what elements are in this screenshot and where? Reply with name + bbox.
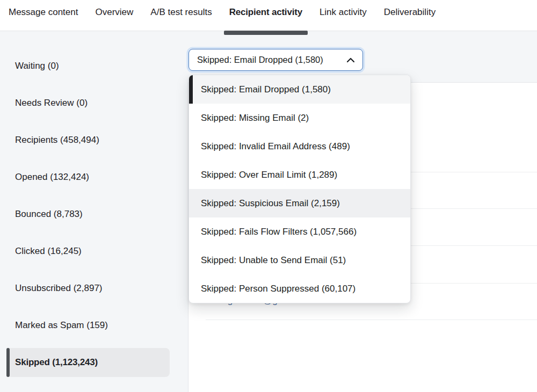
sidebar-item-label: Recipients (458,494) xyxy=(15,135,99,146)
dropdown-option-label: Skipped: Person Suppressed (60,107) xyxy=(201,284,355,294)
dropdown-option-label: Skipped: Invalid Email Address (489) xyxy=(201,141,350,152)
dropdown-option-invalid-email-address[interactable]: Skipped: Invalid Email Address (489) xyxy=(189,132,410,161)
dropdown-option-label: Skipped: Fails Flow Filters (1,057,566) xyxy=(201,227,357,237)
skipped-filter-selected-value: Skipped: Email Dropped (1,580) xyxy=(197,55,323,65)
tab-message-content[interactable]: Message content xyxy=(3,0,83,37)
recipient-activity-page: Message contentOverviewA/B test resultsR… xyxy=(0,0,537,392)
dropdown-option-suspicious-email[interactable]: Skipped: Suspicious Email (2,159) xyxy=(189,189,410,217)
tab-overview[interactable]: Overview xyxy=(90,0,139,37)
tab-label: Link activity xyxy=(320,7,367,17)
sidebar-item-label: Waiting (0) xyxy=(15,61,59,71)
tab-label: Overview xyxy=(95,7,133,17)
sidebar-item-recipients[interactable]: Recipients (458,494) xyxy=(6,126,170,155)
tab-label: Message content xyxy=(9,7,78,17)
dropdown-option-unable-to-send-email[interactable]: Skipped: Unable to Send Email (51) xyxy=(189,246,410,274)
chevron-up-icon xyxy=(346,57,355,63)
skipped-filter-listbox: Skipped: Email Dropped (1,580)Skipped: M… xyxy=(188,75,411,303)
sidebar-item-label: Needs Review (0) xyxy=(15,98,88,108)
skipped-filter-dropdown-button[interactable]: Skipped: Email Dropped (1,580) xyxy=(188,49,363,71)
dropdown-option-label: Skipped: Missing Email (2) xyxy=(201,113,309,124)
sidebar-item-unsubscribed[interactable]: Unsubscribed (2,897) xyxy=(6,274,170,303)
sidebar-item-bounced[interactable]: Bounced (8,783) xyxy=(6,200,170,229)
tab-label: A/B test results xyxy=(150,7,212,17)
sidebar-item-clicked[interactable]: Clicked (16,245) xyxy=(6,237,170,266)
tab-label: Recipient activity xyxy=(229,7,302,17)
dropdown-option-label: Skipped: Suspicious Email (2,159) xyxy=(201,198,340,209)
tab-deliverability[interactable]: Deliverability xyxy=(379,0,441,37)
sidebar-item-label: Bounced (8,783) xyxy=(15,209,83,220)
sidebar-item-needs-review[interactable]: Needs Review (0) xyxy=(6,89,170,118)
tab-recipient-activity[interactable]: Recipient activity xyxy=(224,0,308,37)
sidebar-item-label: Skipped (1,123,243) xyxy=(15,357,98,368)
sidebar-item-label: Opened (132,424) xyxy=(15,172,89,183)
tab-ab-test-results[interactable]: A/B test results xyxy=(145,0,217,37)
report-tabs-nav: Message contentOverviewA/B test resultsR… xyxy=(0,0,537,31)
dropdown-option-label: Skipped: Unable to Send Email (51) xyxy=(201,255,346,266)
sidebar-item-skipped[interactable]: Skipped (1,123,243) xyxy=(6,348,170,377)
sidebar-item-opened[interactable]: Opened (132,424) xyxy=(6,163,170,192)
dropdown-option-over-email-limit[interactable]: Skipped: Over Email Limit (1,289) xyxy=(189,161,410,189)
sidebar-item-label: Marked as Spam (159) xyxy=(15,320,108,331)
tab-link-activity[interactable]: Link activity xyxy=(314,0,372,37)
dropdown-option-missing-email[interactable]: Skipped: Missing Email (2) xyxy=(189,104,410,132)
dropdown-option-label: Skipped: Email Dropped (1,580) xyxy=(201,84,331,95)
recipient-status-sidebar: Waiting (0)Needs Review (0)Recipients (4… xyxy=(0,31,187,392)
sidebar-item-label: Clicked (16,245) xyxy=(15,246,82,257)
sidebar-item-waiting[interactable]: Waiting (0) xyxy=(6,52,170,81)
dropdown-option-label: Skipped: Over Email Limit (1,289) xyxy=(201,170,337,180)
dropdown-option-email-dropped[interactable]: Skipped: Email Dropped (1,580) xyxy=(189,75,410,104)
sidebar-item-label: Unsubscribed (2,897) xyxy=(15,283,103,294)
sidebar-item-marked-as-spam[interactable]: Marked as Spam (159) xyxy=(6,311,170,340)
tab-label: Deliverability xyxy=(384,7,436,17)
dropdown-option-fails-flow-filters[interactable]: Skipped: Fails Flow Filters (1,057,566) xyxy=(189,217,410,246)
dropdown-option-person-suppressed[interactable]: Skipped: Person Suppressed (60,107) xyxy=(189,274,410,303)
table-row-divider xyxy=(206,320,537,320)
